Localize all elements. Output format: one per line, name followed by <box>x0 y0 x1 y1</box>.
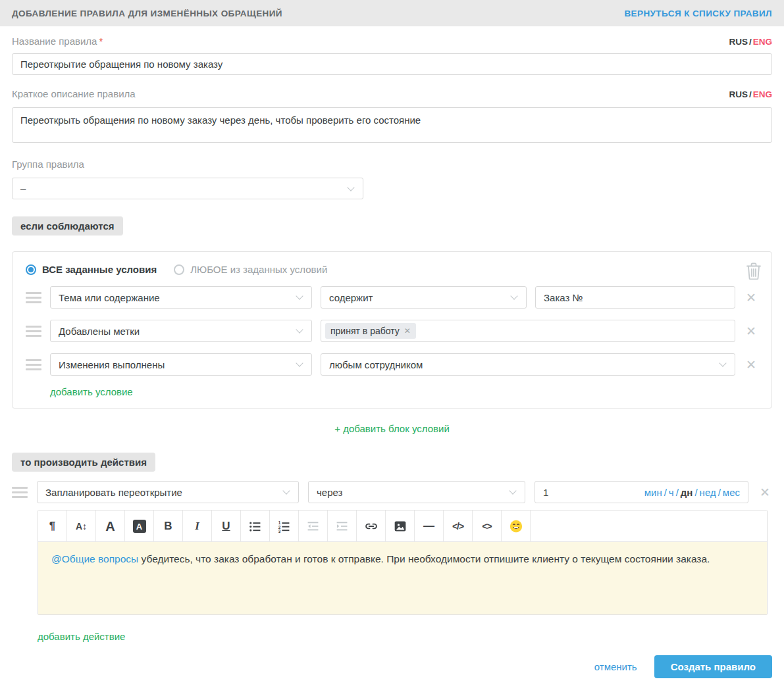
tag-pill: принят в работу ✕ <box>325 323 416 339</box>
condition-operator-select[interactable]: содержит <box>321 286 527 309</box>
conditions-match-mode: ВСЕ заданные условия ЛЮБОЕ из заданных у… <box>26 264 758 275</box>
editor-toolbar: ¶ A↕ A A B I U 123 <box>38 510 767 542</box>
action-delay-input[interactable]: 1 мин/ч/дн/нед/мес <box>535 481 748 503</box>
action-row: Запланировать переоткрытие через 1 мин/ч… <box>12 481 772 503</box>
add-action-link[interactable]: добавить действие <box>38 631 125 642</box>
chevron-down-icon <box>347 184 354 191</box>
lang-eng-tab[interactable]: ENG <box>753 37 772 47</box>
remove-condition-button[interactable]: ✕ <box>744 291 758 304</box>
emoji-icon[interactable] <box>502 510 531 542</box>
condition-field-select[interactable]: Изменения выполнены <box>50 353 312 376</box>
rule-group-select[interactable]: – <box>12 178 363 199</box>
chevron-down-icon <box>296 359 303 366</box>
rule-description-textarea[interactable]: Переоткрыть обращения по новому заказу ч… <box>12 107 772 143</box>
unit-months[interactable]: мес <box>723 487 740 498</box>
unit-minutes[interactable]: мин <box>644 487 662 498</box>
cancel-link[interactable]: отменить <box>594 661 637 672</box>
condition-value-input[interactable] <box>535 286 735 309</box>
rule-form-page: ДОБАВЛЕНИЕ ПРАВИЛА ДЛЯ ИЗМЕНЁННЫХ ОБРАЩЕ… <box>0 0 784 696</box>
add-conditions-block-link[interactable]: + добавить блок условий <box>334 423 450 434</box>
remove-tag-button[interactable]: ✕ <box>404 327 411 335</box>
code-block-icon[interactable]: </> <box>444 510 473 542</box>
insert-link-icon[interactable] <box>357 510 386 542</box>
chevron-down-icon <box>282 487 290 494</box>
lang-eng-tab[interactable]: ENG <box>753 89 772 99</box>
back-to-rules-link[interactable]: ВЕРНУТЬСЯ К СПИСКУ ПРАВИЛ <box>624 9 772 18</box>
delay-value[interactable]: 1 <box>543 487 548 498</box>
remove-condition-button[interactable]: ✕ <box>744 325 758 337</box>
unit-days-selected[interactable]: дн <box>681 487 693 498</box>
drag-handle[interactable] <box>26 288 41 307</box>
actions-badge: то производить действия <box>12 453 155 472</box>
unit-hours[interactable]: ч <box>669 487 674 498</box>
radio-unselected-icon <box>174 264 184 275</box>
inline-code-icon[interactable]: <> <box>473 510 502 542</box>
group-label: Группа правила <box>12 159 772 170</box>
italic-icon[interactable]: I <box>183 510 212 542</box>
condition-operator-select[interactable]: любым сотрудником <box>321 353 735 376</box>
condition-row: Изменения выполнены любым сотрудником ✕ <box>26 353 758 376</box>
form-footer: отменить Создать правило <box>12 655 772 678</box>
insert-image-icon[interactable] <box>386 510 415 542</box>
font-size-icon[interactable]: A↕ <box>67 510 96 542</box>
condition-row: Добавлены метки принят в работу ✕ ✕ <box>26 320 758 342</box>
rule-group-value: – <box>20 183 26 194</box>
radio-any-condition[interactable]: ЛЮБОЕ из заданных условий <box>174 264 327 275</box>
name-label-row: Название правила* RUS/ENG <box>12 36 772 47</box>
trash-icon <box>746 262 761 280</box>
ordered-list-icon[interactable]: 123 <box>270 510 299 542</box>
description-lang-toggle: RUS/ENG <box>729 89 772 99</box>
chevron-down-icon <box>296 292 303 299</box>
conditions-badge: если соблюдаются <box>12 216 123 236</box>
editor-text: убедитесь, что заказ обработан и готов к… <box>138 553 710 564</box>
bold-icon[interactable]: B <box>154 510 183 542</box>
bullet-list-icon[interactable] <box>241 510 270 542</box>
horizontal-rule-icon[interactable]: — <box>415 510 444 542</box>
add-condition-link[interactable]: добавить условие <box>50 386 133 397</box>
lang-rus-tab[interactable]: RUS <box>729 89 748 99</box>
action-when-select[interactable]: через <box>308 481 525 503</box>
condition-field-select[interactable]: Тема или содержание <box>50 286 312 309</box>
description-label-row: Краткое описание правила RUS/ENG <box>12 88 772 99</box>
drag-handle[interactable] <box>12 483 28 502</box>
outdent-icon[interactable] <box>299 510 328 542</box>
condition-row: Тема или содержание содержит ✕ <box>26 286 758 309</box>
rich-text-editor: ¶ A↕ A A B I U 123 <box>38 510 768 615</box>
unit-weeks[interactable]: нед <box>700 487 716 498</box>
radio-all-conditions[interactable]: ВСЕ заданные условия <box>26 264 157 275</box>
lang-rus-tab[interactable]: RUS <box>729 37 748 47</box>
radio-selected-icon <box>26 264 36 275</box>
delay-unit-selector: мин/ч/дн/нед/мес <box>644 487 740 498</box>
drag-handle[interactable] <box>26 355 41 374</box>
create-rule-button[interactable]: Создать правило <box>654 655 772 678</box>
font-color-icon[interactable]: A <box>96 510 125 542</box>
background-color-icon[interactable]: A <box>125 510 154 542</box>
name-label: Название правила* <box>12 36 103 47</box>
condition-tags-input[interactable]: принят в работу ✕ <box>321 320 735 342</box>
svg-text:3: 3 <box>278 529 281 533</box>
condition-field-select[interactable]: Добавлены метки <box>50 320 312 342</box>
page-header: ДОБАВЛЕНИЕ ПРАВИЛА ДЛЯ ИЗМЕНЁННЫХ ОБРАЩЕ… <box>0 0 784 26</box>
description-label: Краткое описание правила <box>12 88 136 99</box>
editor-content-area[interactable]: @Общие вопросы убедитесь, что заказ обра… <box>38 542 767 614</box>
action-type-select[interactable]: Запланировать переоткрытие <box>37 481 299 503</box>
chevron-down-icon <box>719 359 726 366</box>
drag-handle[interactable] <box>26 322 41 341</box>
chevron-down-icon <box>509 487 516 494</box>
underline-icon[interactable]: U <box>212 510 241 542</box>
page-title: ДОБАВЛЕНИЕ ПРАВИЛА ДЛЯ ИЗМЕНЁННЫХ ОБРАЩЕ… <box>12 9 282 18</box>
delete-conditions-block-button[interactable] <box>746 262 761 280</box>
chevron-down-icon <box>296 326 303 333</box>
rule-name-input[interactable] <box>12 53 772 75</box>
required-asterisk: * <box>99 36 103 47</box>
mention-token: @Общие вопросы <box>51 553 138 564</box>
actions-section: то производить действия Запланировать пе… <box>12 434 772 642</box>
name-lang-toggle: RUS/ENG <box>729 37 772 47</box>
conditions-block: ВСЕ заданные условия ЛЮБОЕ из заданных у… <box>12 251 772 409</box>
rule-form: Название правила* RUS/ENG Краткое описан… <box>0 36 784 689</box>
indent-icon[interactable] <box>328 510 357 542</box>
paragraph-format-icon[interactable]: ¶ <box>38 510 67 542</box>
chevron-down-icon <box>510 292 517 299</box>
remove-condition-button[interactable]: ✕ <box>744 359 758 371</box>
remove-action-button[interactable]: ✕ <box>758 486 772 499</box>
